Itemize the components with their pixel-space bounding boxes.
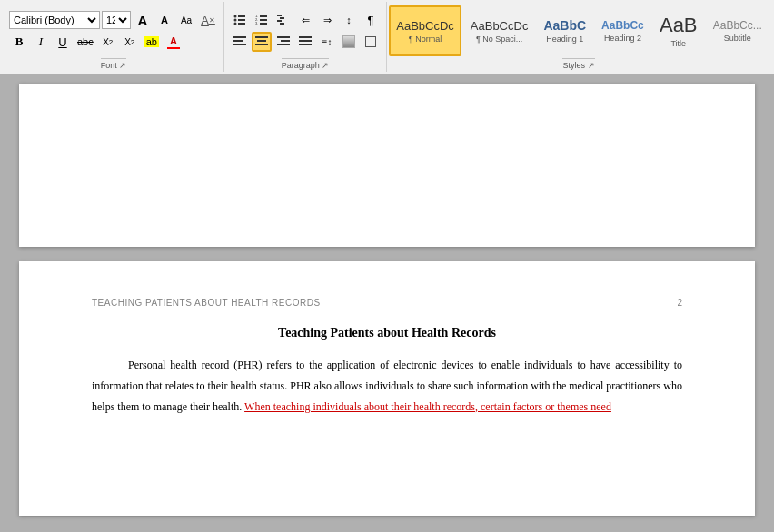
- font-group: Calibri (Body) 12 A A Aa A✕ B I U: [4, 2, 224, 72]
- svg-rect-15: [280, 23, 284, 25]
- font-group-label: Font ↗: [101, 58, 127, 70]
- svg-rect-24: [277, 36, 290, 38]
- strikethrough-button[interactable]: abc: [74, 32, 96, 52]
- style-heading1[interactable]: AaBbC Heading 1: [537, 5, 592, 56]
- style-no-spacing-label: ¶ No Spaci...: [476, 34, 522, 44]
- svg-rect-17: [233, 40, 243, 42]
- decrease-indent-button[interactable]: ⇐: [295, 10, 315, 30]
- italic-button[interactable]: I: [31, 32, 51, 52]
- superscript-button[interactable]: X2: [120, 32, 140, 52]
- svg-rect-18: [233, 44, 246, 45]
- line-spacing-button[interactable]: ≡↕: [317, 32, 337, 52]
- svg-point-0: [234, 15, 237, 18]
- style-normal-preview: AaBbCcDc: [396, 19, 454, 33]
- styles-group: AaBbCcDc ¶ Normal AaBbCcDc ¶ No Spaci...…: [387, 2, 770, 72]
- body-paragraph-1: Personal health record (PHR) refers to t…: [92, 355, 682, 417]
- style-title-label: Title: [670, 39, 686, 48]
- style-heading2-label: Heading 2: [604, 34, 641, 43]
- svg-rect-29: [299, 40, 312, 42]
- svg-rect-30: [299, 44, 312, 45]
- style-title[interactable]: AaB Title: [653, 5, 704, 56]
- page-2: TEACHING PATIENTS ABOUT HEALTH RECORDS 2…: [19, 261, 755, 516]
- clear-format-button[interactable]: A✕: [198, 10, 218, 30]
- style-no-spacing-preview: AaBbCcDc: [471, 19, 529, 33]
- change-case-button[interactable]: Aa: [176, 10, 196, 30]
- bullets-button[interactable]: [230, 10, 250, 30]
- svg-rect-14: [277, 20, 282, 22]
- paragraph-group-content: 1.2.3. ⇐ ⇒ ↕ ¶: [230, 5, 381, 56]
- shading-button[interactable]: [339, 32, 359, 52]
- ribbon: Calibri (Body) 12 A A Aa A✕ B I U: [0, 0, 774, 74]
- style-normal-label: ¶ Normal: [409, 34, 442, 44]
- font-shrink-button[interactable]: A: [154, 10, 174, 30]
- styles-items: AaBbCcDc ¶ Normal AaBbCcDc ¶ No Spaci...…: [389, 5, 769, 56]
- style-subtitle-label: Subtitle: [724, 34, 751, 43]
- style-subtitle-preview: AaBbCc...: [713, 19, 762, 32]
- svg-rect-25: [281, 40, 290, 42]
- svg-rect-26: [277, 44, 290, 45]
- subscript-button[interactable]: X2: [98, 32, 118, 52]
- svg-rect-9: [260, 19, 267, 21]
- page-number: 2: [677, 298, 682, 308]
- align-left-button[interactable]: [230, 32, 250, 52]
- increase-indent-button[interactable]: ⇒: [317, 10, 337, 30]
- sort-button[interactable]: ↕: [339, 10, 359, 30]
- svg-rect-11: [260, 23, 267, 25]
- numbering-button[interactable]: 1.2.3.: [252, 10, 272, 30]
- highlight-button[interactable]: ab: [142, 32, 162, 52]
- pages-container: TEACHING PATIENTS ABOUT HEALTH RECORDS 2…: [0, 74, 774, 523]
- font-size-select[interactable]: 12: [102, 11, 131, 29]
- underline-button[interactable]: U: [53, 32, 73, 52]
- style-heading2[interactable]: AaBbCc Heading 2: [595, 5, 650, 56]
- svg-rect-28: [299, 36, 312, 38]
- style-normal[interactable]: AaBbCcDc ¶ Normal: [389, 5, 461, 56]
- document-title: Teaching Patients about Health Records: [92, 326, 682, 340]
- paragraph-group: 1.2.3. ⇐ ⇒ ↕ ¶: [224, 2, 387, 72]
- style-title-preview: AaB: [660, 14, 698, 37]
- bold-button[interactable]: B: [9, 32, 29, 52]
- svg-rect-12: [277, 15, 282, 16]
- style-heading1-preview: AaBbC: [543, 18, 586, 33]
- svg-rect-1: [238, 15, 245, 17]
- font-group-content: Calibri (Body) 12 A A Aa A✕ B I U: [9, 5, 218, 56]
- page-header-text: TEACHING PATIENTS ABOUT HEALTH RECORDS: [92, 298, 321, 308]
- svg-rect-3: [238, 19, 245, 21]
- borders-button[interactable]: [361, 32, 381, 52]
- document-body: Personal health record (PHR) refers to t…: [92, 355, 682, 417]
- paragraph-group-label: Paragraph ↗: [282, 58, 330, 70]
- styles-group-label: Styles ↗: [562, 58, 594, 70]
- svg-rect-21: [257, 40, 266, 42]
- style-subtitle[interactable]: AaBbCc... Subtitle: [707, 5, 769, 56]
- font-name-select[interactable]: Calibri (Body): [9, 11, 100, 29]
- style-heading1-label: Heading 1: [546, 34, 583, 44]
- justify-button[interactable]: [295, 32, 315, 52]
- font-color-button[interactable]: A: [164, 32, 184, 52]
- body-text-2-underline: When teaching individuals about their he…: [244, 400, 611, 413]
- multilevel-list-button[interactable]: [273, 10, 293, 30]
- svg-rect-7: [260, 15, 267, 17]
- font-grow-button[interactable]: A: [133, 10, 153, 30]
- align-center-button[interactable]: [252, 32, 272, 52]
- align-right-button[interactable]: [273, 32, 293, 52]
- svg-text:3.: 3.: [255, 21, 258, 25]
- style-heading2-preview: AaBbCc: [601, 19, 644, 32]
- page-header: TEACHING PATIENTS ABOUT HEALTH RECORDS 2: [92, 298, 682, 308]
- svg-rect-20: [255, 36, 268, 38]
- svg-point-2: [234, 19, 237, 22]
- svg-rect-16: [233, 36, 246, 38]
- page-1: [19, 84, 755, 247]
- style-no-spacing[interactable]: AaBbCcDc ¶ No Spaci...: [464, 5, 535, 56]
- svg-rect-5: [238, 23, 245, 25]
- show-hide-button[interactable]: ¶: [361, 10, 381, 30]
- svg-point-4: [234, 23, 237, 25]
- svg-rect-22: [255, 44, 268, 45]
- svg-rect-13: [280, 17, 284, 19]
